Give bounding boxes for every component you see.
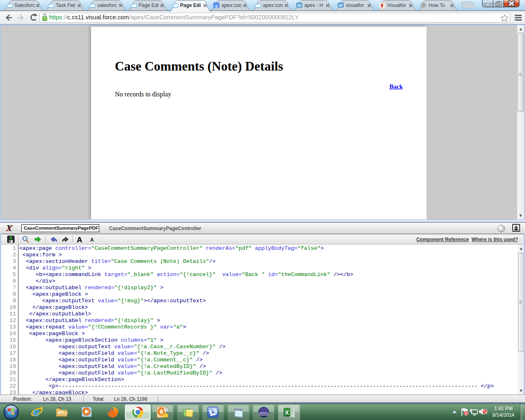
- svg-text:SF: SF: [339, 4, 343, 7]
- svg-text:SF: SF: [297, 4, 301, 7]
- svg-text:Salesforc: Salesforc: [14, 2, 35, 8]
- svg-text:Task Fiel: Task Fiel: [56, 2, 75, 8]
- svg-text:apex - H: apex - H: [304, 2, 323, 8]
- svg-text:X: X: [285, 409, 289, 416]
- svg-text:visualfor: visualfor: [346, 2, 364, 8]
- svg-text:How To: How To: [429, 2, 445, 8]
- svg-text:e: e: [33, 405, 40, 419]
- svg-text:A: A: [77, 235, 82, 244]
- svg-text:Visualfor: Visualfor: [387, 2, 406, 8]
- svg-text:Page Edi: Page Edi: [139, 2, 159, 8]
- svg-text:apex:con: apex:con: [221, 2, 242, 8]
- svg-text:g: g: [215, 3, 218, 9]
- svg-text:A: A: [90, 237, 94, 243]
- svg-text:Page Edi: Page Edi: [180, 2, 201, 8]
- svg-text:salesforc: salesforc: [97, 2, 117, 8]
- svg-text:apex:con: apex:con: [263, 2, 283, 8]
